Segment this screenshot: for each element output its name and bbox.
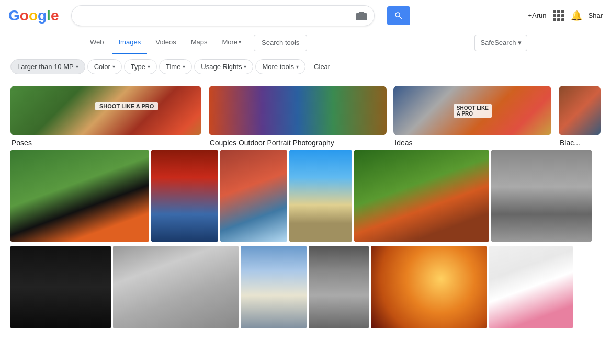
filter-type[interactable]: Type ▾: [124, 59, 157, 74]
filter-bar: Larger than 10 MP ▾ Color ▾ Type ▾ Time …: [0, 54, 611, 79]
search-tools-button[interactable]: Search tools: [254, 35, 307, 51]
usage-chevron: ▾: [244, 64, 246, 70]
photo-7[interactable]: [10, 246, 111, 328]
notifications-icon[interactable]: 🔔: [571, 10, 582, 21]
nav-bar: Web Images Videos Maps More ▾ Search too…: [0, 31, 611, 54]
time-chevron: ▾: [183, 64, 185, 70]
photo-2[interactable]: [151, 150, 218, 242]
filter-size[interactable]: Larger than 10 MP ▾: [10, 59, 85, 74]
photo-row-1: [0, 149, 611, 243]
category-black[interactable]: Blac...: [559, 86, 601, 147]
black-label: Blac...: [559, 139, 601, 147]
categories-row: SHOOT LIKE A PRO Poses Couples Outdoor P…: [0, 79, 611, 149]
nav-web[interactable]: Web: [84, 31, 110, 54]
photo-5[interactable]: [354, 150, 489, 242]
nav-maps[interactable]: Maps: [185, 31, 214, 54]
type-chevron: ▾: [148, 64, 150, 70]
color-chevron: ▾: [112, 64, 115, 70]
clear-button[interactable]: Clear: [308, 60, 336, 74]
nav-images[interactable]: Images: [112, 31, 148, 54]
ideas-label: Ideas: [393, 139, 551, 147]
nav-videos[interactable]: Videos: [149, 31, 183, 54]
camera-icon[interactable]: [356, 10, 367, 21]
filter-usage[interactable]: Usage Rights ▾: [194, 59, 253, 74]
more-tools-chevron: ▾: [296, 64, 299, 70]
photo-10[interactable]: [309, 246, 369, 328]
couples-label: Couples Outdoor Portrait Photography: [209, 139, 387, 147]
photo-12[interactable]: [489, 246, 573, 328]
search-box: outdoor portrait photography: [71, 5, 375, 26]
photo-4[interactable]: [289, 150, 352, 242]
user-account[interactable]: +Arun: [528, 12, 546, 19]
photo-1[interactable]: [10, 150, 149, 242]
photo-11[interactable]: [371, 246, 487, 328]
photo-3[interactable]: [220, 150, 287, 242]
apps-icon[interactable]: [553, 10, 564, 21]
filter-time[interactable]: Time ▾: [159, 59, 192, 74]
category-couples[interactable]: Couples Outdoor Portrait Photography: [209, 86, 387, 147]
main-content: SHOOT LIKE A PRO Poses Couples Outdoor P…: [0, 79, 611, 329]
safe-search-button[interactable]: SafeSearch ▾: [474, 35, 527, 51]
category-poses[interactable]: SHOOT LIKE A PRO Poses: [10, 86, 201, 147]
photo-9[interactable]: [241, 246, 307, 328]
search-icons: [356, 10, 367, 21]
nav-more[interactable]: More ▾: [216, 31, 247, 54]
header: Google outdoor portrait photography +Aru…: [0, 0, 611, 31]
filter-more-tools[interactable]: More tools ▾: [255, 59, 306, 74]
header-right: +Arun 🔔 Shar: [528, 10, 603, 21]
google-logo[interactable]: Google: [8, 7, 59, 24]
share-text[interactable]: Shar: [589, 12, 603, 19]
photo-row-2: [0, 245, 611, 329]
more-chevron: ▾: [239, 39, 241, 45]
size-chevron: ▾: [76, 64, 78, 70]
photo-6[interactable]: [491, 150, 592, 242]
category-ideas[interactable]: SHOOT LIKEA PRO Ideas: [393, 86, 551, 147]
photo-8[interactable]: [113, 246, 239, 328]
search-input[interactable]: outdoor portrait photography: [79, 11, 356, 20]
search-button[interactable]: [387, 6, 410, 25]
poses-label: Poses: [10, 139, 201, 147]
filter-color[interactable]: Color ▾: [87, 59, 122, 74]
